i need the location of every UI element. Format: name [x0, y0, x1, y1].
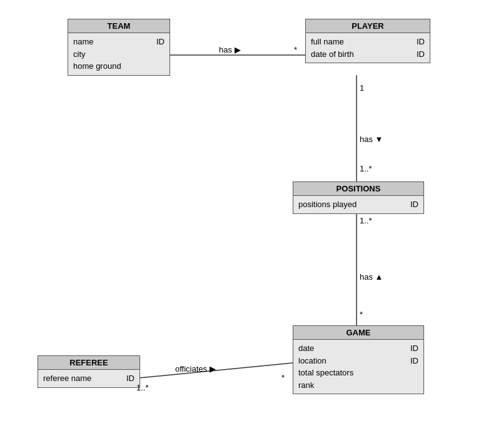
player-positions-multi-top: 1	[360, 83, 364, 93]
referee-body: referee name ID	[38, 370, 139, 387]
game-attr-location-id: ID	[410, 355, 418, 367]
positions-game-multi-bottom: *	[360, 310, 363, 319]
player-row-dob: date of birth ID	[311, 48, 425, 61]
positions-title: POSITIONS	[337, 184, 381, 193]
team-header: TEAM	[68, 19, 170, 33]
referee-game-multi-right: *	[281, 373, 285, 382]
erd-diagram: TEAM name ID city home ground PLAYER ful…	[0, 0, 486, 448]
referee-game-label: officiates ▶	[175, 364, 216, 374]
referee-attr-name-id: ID	[126, 372, 134, 385]
team-title: TEAM	[108, 21, 131, 31]
player-positions-label: has ▼	[360, 135, 383, 144]
player-attr-fullname: full name	[311, 36, 409, 48]
team-row-ground: home ground	[73, 60, 165, 73]
player-row-name: full name ID	[311, 36, 425, 48]
team-attr-city: city	[73, 48, 165, 61]
player-attr-fullname-id: ID	[417, 36, 425, 48]
player-body: full name ID date of birth ID	[306, 33, 430, 63]
game-row-date: date ID	[298, 342, 418, 355]
team-player-multi-right: *	[294, 45, 297, 54]
game-attr-location: location	[298, 355, 403, 367]
player-positions-multi-bottom: 1..*	[360, 164, 372, 173]
referee-title: REFEREE	[69, 358, 108, 367]
referee-game-multi-left: 1..*	[136, 383, 149, 392]
positions-game-multi-top: 1..*	[360, 216, 372, 225]
game-attr-date-id: ID	[410, 342, 418, 355]
positions-header: POSITIONS	[293, 182, 423, 196]
game-header: GAME	[293, 326, 423, 340]
team-attr-name: name	[73, 36, 149, 48]
game-title: GAME	[347, 328, 371, 337]
game-attr-date: date	[298, 342, 403, 355]
game-row-rank: rank	[298, 379, 418, 392]
team-body: name ID city home ground	[68, 33, 170, 75]
player-attr-dob-id: ID	[417, 48, 425, 61]
game-body: date ID location ID total spectators ran…	[293, 340, 423, 394]
game-row-spectators: total spectators	[298, 367, 418, 379]
game-row-location: location ID	[298, 355, 418, 367]
player-entity: PLAYER full name ID date of birth ID	[305, 19, 430, 63]
team-attr-name-id: ID	[156, 36, 165, 48]
referee-attr-name: referee name	[43, 372, 119, 385]
player-title: PLAYER	[352, 21, 384, 31]
referee-row-name: referee name ID	[43, 372, 134, 385]
positions-attr-played: positions played	[298, 198, 403, 211]
game-attr-spectators: total spectators	[298, 367, 418, 379]
team-player-label: has ▶	[219, 45, 241, 54]
player-header: PLAYER	[306, 19, 430, 33]
team-row-city: city	[73, 48, 165, 61]
referee-header: REFEREE	[38, 356, 139, 370]
positions-attr-played-id: ID	[410, 198, 418, 211]
player-attr-dob: date of birth	[311, 48, 409, 61]
team-attr-ground: home ground	[73, 60, 165, 73]
referee-entity: REFEREE referee name ID	[38, 355, 140, 388]
positions-body: positions played ID	[293, 196, 423, 213]
positions-game-label: has ▲	[360, 272, 383, 282]
positions-entity: POSITIONS positions played ID	[293, 181, 424, 214]
positions-row-played: positions played ID	[298, 198, 418, 211]
team-entity: TEAM name ID city home ground	[68, 19, 170, 76]
team-row-name: name ID	[73, 36, 165, 48]
game-entity: GAME date ID location ID total spectator…	[293, 325, 424, 394]
game-attr-rank: rank	[298, 379, 418, 392]
